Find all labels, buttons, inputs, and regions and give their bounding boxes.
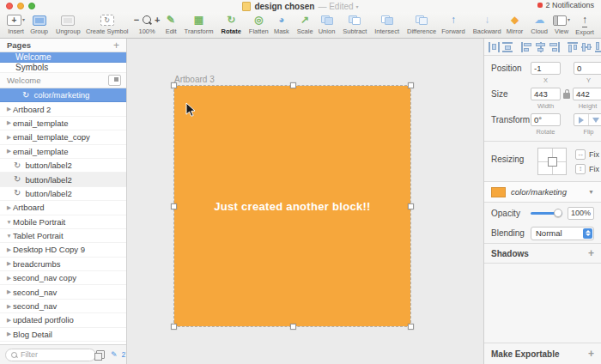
toolbar-button-mirror[interactable]: ◆Mirror: [507, 14, 524, 35]
make-exportable-row[interactable]: Make Exportable +: [484, 343, 601, 364]
position-x-field[interactable]: -1: [531, 62, 561, 75]
layer-row[interactable]: ▶breadcrumbs: [0, 258, 126, 271]
layer-row[interactable]: ▼Tablet Portrait: [0, 229, 126, 243]
opacity-slider-knob[interactable]: [554, 209, 562, 217]
resize-handle-bottom-middle[interactable]: [290, 324, 296, 330]
toolbar-button-backward[interactable]: ↓Backward: [473, 14, 501, 35]
artboard-list-icon[interactable]: [108, 75, 121, 86]
disclosure-caret-right-icon[interactable]: ▶: [5, 246, 13, 253]
layer-row[interactable]: ▶Desktop HD Copy 9: [0, 243, 126, 257]
symbol-instance-icon[interactable]: ↻: [14, 175, 21, 184]
layer-row[interactable]: ▶email_template_copy: [0, 130, 126, 144]
layer-row[interactable]: ↻button/label2: [0, 173, 126, 186]
disclosure-caret-right-icon[interactable]: ▶: [5, 317, 13, 324]
layer-row[interactable]: ▶Artboard: [0, 201, 126, 215]
toolbar-button-group[interactable]: Group: [30, 14, 48, 35]
align-bottom-icon[interactable]: [595, 42, 601, 52]
distribute-horizontally-icon[interactable]: [489, 42, 500, 52]
make-exportable-add-button[interactable]: +: [588, 349, 594, 358]
position-y-field[interactable]: 0: [574, 62, 601, 75]
symbol-instance-icon[interactable]: ↻: [14, 189, 21, 197]
fix-width-checkbox[interactable]: ↔: [575, 149, 586, 160]
page-row-welcome[interactable]: Welcome: [0, 52, 126, 63]
toolbar-button-zoom[interactable]: −+100%: [134, 14, 161, 35]
disclosure-caret-right-icon[interactable]: ▶: [5, 260, 13, 267]
distribute-vertically-icon[interactable]: [502, 42, 513, 52]
toolbar-button-union[interactable]: Union: [319, 14, 336, 35]
align-right-icon[interactable]: [549, 42, 560, 52]
resize-handle-bottom-right[interactable]: [408, 324, 414, 330]
title-chevron-down-icon[interactable]: ▾: [356, 3, 359, 9]
disclosure-caret-right-icon[interactable]: ▶: [5, 148, 13, 155]
align-left-icon[interactable]: [521, 42, 532, 52]
zoom-window-button[interactable]: [28, 3, 35, 9]
notifications-badge[interactable]: 2 Notifications: [537, 1, 594, 9]
layer-row[interactable]: ▶updated portfolio: [0, 313, 126, 327]
toolbar-button-ungroup[interactable]: Ungroup: [56, 14, 81, 35]
toolbar-button-scale[interactable]: ↗Scale: [297, 14, 313, 35]
disclosure-caret-right-icon[interactable]: ▶: [5, 134, 13, 141]
resize-handle-top-middle[interactable]: [290, 82, 296, 88]
toolbar-button-cloud[interactable]: ☁Cloud: [531, 14, 548, 35]
toolbar-button-intersect[interactable]: Intersect: [374, 14, 399, 35]
layer-row[interactable]: ↻color/marketing: [0, 88, 126, 102]
layer-row[interactable]: ▶email_template: [0, 145, 126, 159]
rotate-field[interactable]: 0°: [531, 113, 561, 126]
disclosure-caret-right-icon[interactable]: ▶: [5, 204, 13, 211]
layer-row[interactable]: ▶email_template: [0, 117, 126, 130]
artboard-title[interactable]: Artboard 3: [174, 75, 215, 84]
toolbar-button-transform[interactable]: ▦Transform: [185, 14, 214, 35]
disclosure-caret-right-icon[interactable]: ▶: [5, 106, 13, 112]
align-top-icon[interactable]: [568, 42, 579, 52]
toolbar-button-edit[interactable]: ✎Edit: [166, 14, 177, 35]
toolbar-button-rotate[interactable]: ↻Rotate: [221, 14, 240, 35]
flip-horizontal-button[interactable]: [574, 114, 589, 125]
blending-select[interactable]: Normal: [531, 227, 594, 240]
canvas[interactable]: Artboard 3 Just created another block!!: [127, 39, 483, 364]
add-page-button[interactable]: +: [113, 41, 119, 50]
symbol-instance-icon[interactable]: ↻: [22, 91, 29, 100]
pencil-icon[interactable]: ✎: [111, 350, 118, 359]
disclosure-caret-right-icon[interactable]: ▶: [5, 119, 13, 126]
toolbar-button-view[interactable]: ▾View: [553, 14, 570, 35]
toolbar-button-create-symbol[interactable]: ↻Create Symbol: [86, 14, 129, 35]
toolbar-button-difference[interactable]: Difference: [407, 14, 436, 35]
flip-vertical-button[interactable]: [589, 114, 601, 125]
disclosure-caret-right-icon[interactable]: ▶: [5, 288, 13, 295]
layer-row[interactable]: ▶second_nav: [0, 300, 126, 313]
disclosure-caret-down-icon[interactable]: ▼: [5, 233, 13, 239]
disclosure-caret-down-icon[interactable]: ▼: [5, 219, 13, 225]
toolbar-button-flatten[interactable]: ◎Flatten: [249, 14, 269, 35]
align-middle-vertical-icon[interactable]: [581, 42, 592, 52]
toolbar-button-subtract[interactable]: Subtract: [343, 14, 367, 35]
opacity-field[interactable]: 100%: [568, 207, 594, 220]
height-field[interactable]: 442: [573, 88, 601, 100]
toolbar-button-forward[interactable]: ↑Forward: [441, 14, 465, 35]
toolbar-button-insert[interactable]: +▾Insert: [7, 14, 25, 35]
opacity-slider[interactable]: [531, 212, 562, 215]
resize-handle-top-left[interactable]: [171, 82, 177, 88]
disclosure-caret-right-icon[interactable]: ▶: [5, 275, 13, 282]
align-center-horizontal-icon[interactable]: [535, 42, 546, 52]
layer-row[interactable]: ▶Blog Detail: [0, 328, 126, 342]
width-field[interactable]: 443: [531, 88, 561, 100]
resize-handle-top-right[interactable]: [408, 82, 414, 88]
layer-row[interactable]: ↻button/label2: [0, 159, 126, 173]
lock-proportions-icon[interactable]: [563, 93, 570, 99]
resize-handle-middle-right[interactable]: [408, 203, 414, 209]
toolbar-button-mask[interactable]: ◕Mask: [274, 14, 289, 35]
pages-panel-toggle-icon[interactable]: [96, 350, 105, 359]
page-row-symbols[interactable]: Symbols: [0, 63, 126, 73]
layer-row[interactable]: ▼Mobile Portrait: [0, 215, 126, 229]
artboard-text[interactable]: Just created another block!!: [214, 200, 371, 213]
symbol-source-row[interactable]: color/marketing ▼: [484, 182, 601, 203]
layer-row[interactable]: ▶second_nav copy: [0, 271, 126, 285]
artboard[interactable]: Just created another block!!: [174, 86, 410, 326]
resize-handle-middle-left[interactable]: [171, 203, 177, 209]
disclosure-caret-right-icon[interactable]: ▶: [5, 303, 13, 310]
symbol-instance-icon[interactable]: ↻: [14, 161, 21, 170]
layer-row[interactable]: ▶Artboard 2: [0, 102, 126, 116]
filter-input[interactable]: Filter: [5, 349, 96, 361]
fix-height-checkbox[interactable]: ↕: [575, 164, 586, 174]
layer-row[interactable]: ↻button/label2: [0, 187, 126, 201]
